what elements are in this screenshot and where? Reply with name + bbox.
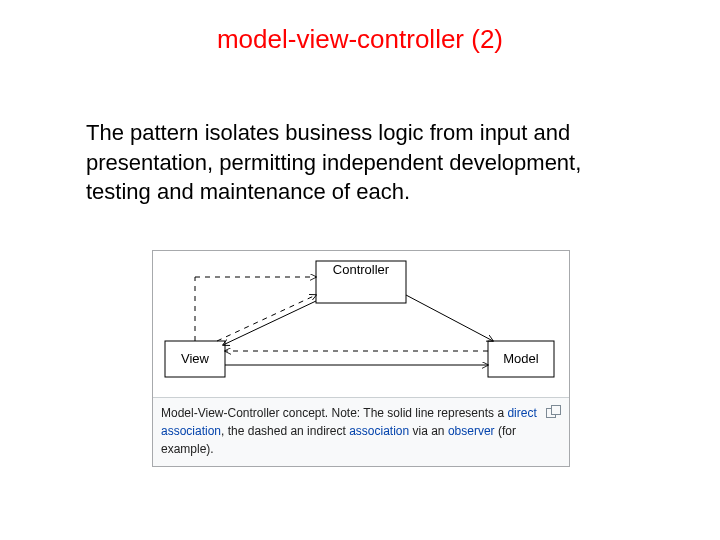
caption-link-association-2[interactable]: association	[349, 424, 409, 438]
svg-rect-1	[552, 406, 561, 415]
caption-link-direct[interactable]: direct	[507, 406, 536, 420]
caption-link-association-1[interactable]: association	[161, 424, 221, 438]
mvc-diagram: Controller View Model	[153, 251, 569, 397]
caption-link-observer[interactable]: observer	[448, 424, 495, 438]
view-label: View	[181, 351, 210, 366]
model-label: Model	[503, 351, 539, 366]
figure-caption-row: Model-View-Controller concept. Note: The…	[153, 397, 569, 466]
mvc-figure: Controller View Model Model-View-Cont	[152, 250, 570, 467]
caption-part: , the dashed an indirect	[221, 424, 349, 438]
edge-controller-to-view	[223, 301, 316, 345]
edge-controller-to-model	[406, 295, 493, 341]
slide-title: model-view-controller (2)	[0, 24, 720, 55]
figure-caption: Model-View-Controller concept. Note: The…	[161, 404, 538, 458]
enlarge-icon[interactable]	[546, 405, 561, 418]
caption-part: Model-View-Controller concept. Note: The…	[161, 406, 507, 420]
body-paragraph: The pattern isolates business logic from…	[86, 118, 626, 207]
slide: model-view-controller (2) The pattern is…	[0, 0, 720, 540]
controller-label: Controller	[333, 262, 390, 277]
edge-view-to-controller-diag	[217, 295, 316, 341]
caption-part: via an	[409, 424, 448, 438]
